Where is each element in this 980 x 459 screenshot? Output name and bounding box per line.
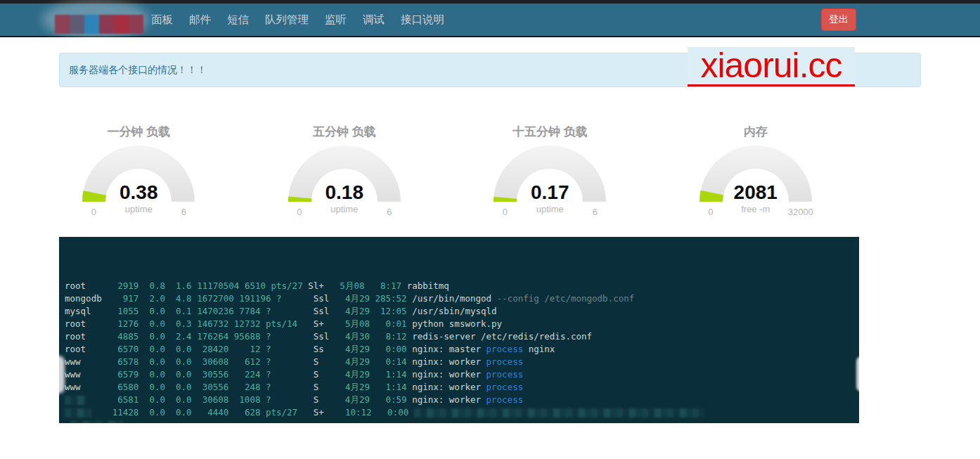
gauge-2: 五分钟 负载0.18uptime06 bbox=[242, 124, 448, 217]
gauge-unit-label: uptime bbox=[287, 204, 402, 214]
terminal-text: 2919 0.8 1.6 11170504 6510 pts/27 bbox=[117, 280, 302, 291]
terminal-text: www bbox=[65, 356, 117, 367]
terminal-text: root bbox=[65, 344, 117, 354]
navbar-menu-item-2[interactable]: 邮件 bbox=[189, 3, 211, 37]
terminal-text: Ssl bbox=[271, 331, 345, 342]
terminal-link-text[interactable]: process bbox=[486, 344, 524, 354]
process-terminal: root 2919 0.8 1.6 11170504 6510 pts/27 S… bbox=[59, 237, 859, 423]
gauge-arc: 0.17uptime bbox=[492, 144, 607, 202]
terminal-text: 1276 0.0 0.3 146732 12732 pts/14 bbox=[117, 318, 297, 329]
navbar-menu-item-4[interactable]: 队列管理 bbox=[265, 3, 309, 37]
logout-button[interactable]: 登出 bbox=[821, 8, 856, 31]
terminal-text: nginx: worker bbox=[407, 356, 486, 367]
blurred-blob-left bbox=[59, 356, 65, 394]
terminal-text: /usr/bin/mongod bbox=[407, 293, 497, 304]
navbar-menu-item-7[interactable]: 接口说明 bbox=[401, 3, 444, 37]
terminal-text: mysql bbox=[65, 306, 117, 316]
terminal-link-text[interactable]: process bbox=[486, 356, 524, 367]
gauge-value: 0.38 bbox=[81, 181, 196, 204]
terminal-text: mongodb bbox=[65, 293, 123, 304]
gauge-arc: 0.18uptime bbox=[287, 144, 402, 202]
terminal-text: --config /etc/mongodb.conf bbox=[497, 293, 635, 304]
terminal-row bbox=[65, 419, 859, 423]
gauge-unit-label: uptime bbox=[492, 204, 607, 214]
terminal-text: www bbox=[65, 382, 117, 392]
terminal-text: 5月08 8:17 bbox=[340, 280, 401, 291]
terminal-text: 6579 0.0 0.0 30556 224 ? bbox=[117, 369, 271, 380]
terminal-text: Sl+ bbox=[303, 280, 340, 291]
terminal-text: 6570 0.0 0.0 28420 12 ? bbox=[117, 344, 271, 354]
terminal-text: 6580 0.0 0.0 30556 248 ? bbox=[117, 382, 271, 392]
terminal-text: S bbox=[271, 369, 345, 380]
watermark-xiaorui: xiaorui.cc bbox=[688, 47, 855, 86]
terminal-text bbox=[408, 407, 414, 418]
gauge-4: 内存2081free -m032000 bbox=[653, 124, 859, 217]
terminal-text: www bbox=[65, 369, 117, 380]
terminal-text: Ssl bbox=[271, 306, 345, 316]
terminal-text: 11428 0.0 0.0 4440 628 pts/27 bbox=[112, 407, 297, 418]
gauge-value: 2081 bbox=[698, 181, 813, 204]
terminal-text: Ss bbox=[271, 344, 345, 354]
navbar-menu-item-1[interactable]: 面板 bbox=[151, 3, 173, 37]
gauge-arc: 0.38uptime bbox=[81, 144, 196, 202]
gauge-value: 0.18 bbox=[287, 181, 402, 204]
navbar-menu-item-3[interactable]: 短信 bbox=[227, 3, 249, 37]
terminal-row: www 6578 0.0 0.0 30608 612 ? S 4月29 0:14… bbox=[65, 356, 859, 368]
logo-color-block bbox=[84, 15, 99, 34]
gauge-title: 五分钟 负载 bbox=[313, 124, 376, 139]
blurred-logo-blocks bbox=[55, 15, 143, 34]
terminal-text: S+ bbox=[297, 318, 345, 329]
terminal-text: 6581 0.0 0.0 30608 1008 ? bbox=[117, 394, 271, 405]
terminal-text: nginx: worker bbox=[407, 382, 486, 392]
terminal-row: root 6570 0.0 0.0 28420 12 ? Ss 4月29 0:0… bbox=[65, 343, 859, 356]
terminal-row: 11428 0.0 0.0 4440 628 pts/27 S+ 10:12 0… bbox=[65, 406, 859, 419]
terminal-text bbox=[65, 420, 70, 423]
terminal-text: 6578 0.0 0.0 30608 612 ? bbox=[117, 356, 271, 367]
gauge-title: 内存 bbox=[744, 124, 768, 139]
terminal-text: S+ bbox=[297, 407, 345, 418]
terminal-text: 4月29 0:00 bbox=[345, 344, 407, 354]
terminal-row: root 4885 0.0 2.4 176264 95688 ? Ssl 4月3… bbox=[65, 330, 859, 343]
gauge-arc: 2081free -m bbox=[698, 144, 813, 202]
gauge-title: 十五分钟 负载 bbox=[512, 124, 588, 139]
terminal-text: 4月29 1:14 bbox=[345, 369, 407, 380]
logo-color-block bbox=[129, 15, 143, 34]
terminal-text: nginx: master bbox=[407, 344, 486, 354]
logo-color-block bbox=[70, 15, 84, 34]
terminal-text: root bbox=[65, 318, 117, 329]
terminal-text: nginx: worker bbox=[407, 369, 486, 380]
terminal-link-text[interactable]: process bbox=[486, 394, 524, 405]
terminal-text: 917 2.0 4.8 1672700 191196 ? bbox=[123, 293, 282, 304]
terminal-text: 4月29 285:52 bbox=[345, 293, 407, 304]
gauge-value: 0.17 bbox=[492, 181, 607, 204]
navbar-menu: 面板邮件短信队列管理监听调试接口说明 bbox=[151, 3, 444, 37]
terminal-row: mysql 1055 0.0 0.1 1470236 7784 ? Ssl 4月… bbox=[65, 305, 859, 318]
terminal-row: mongodb 917 2.0 4.8 1672700 191196 ? Ssl… bbox=[65, 292, 859, 305]
terminal-text: 4月29 12:05 bbox=[345, 306, 407, 316]
gauge-row: 一分钟 负载0.38uptime06五分钟 负载0.18uptime06十五分钟… bbox=[36, 124, 858, 217]
censored-text-block bbox=[414, 408, 705, 418]
navbar-menu-item-6[interactable]: 调试 bbox=[363, 3, 385, 37]
info-alert-text: 服务器端各个接口的情况！！！ bbox=[69, 64, 207, 77]
terminal-text bbox=[91, 407, 112, 418]
terminal-text: python smswork.py bbox=[407, 318, 502, 329]
terminal-row: root 1276 0.0 0.3 146732 12732 pts/14 S+… bbox=[65, 318, 859, 330]
terminal-row: 6581 0.0 0.0 30608 1008 ? S 4月29 0:59 ng… bbox=[65, 394, 859, 406]
terminal-text: 4885 0.0 2.4 176264 95688 ? bbox=[117, 331, 271, 342]
terminal-row: www 6579 0.0 0.0 30556 224 ? S 4月29 1:14… bbox=[65, 368, 859, 381]
terminal-text: 4月30 8:12 bbox=[345, 331, 407, 342]
terminal-scrollbar-thumb[interactable] bbox=[856, 356, 859, 392]
terminal-link-text[interactable]: process bbox=[486, 382, 524, 392]
terminal-text: nginx: worker bbox=[407, 394, 486, 405]
navbar-menu-item-5[interactable]: 监听 bbox=[325, 3, 347, 37]
gauge-1: 一分钟 负载0.38uptime06 bbox=[36, 124, 242, 217]
terminal-text: 1055 0.0 0.1 1470236 7784 ? bbox=[117, 306, 271, 316]
logo-color-block bbox=[55, 15, 70, 34]
terminal-text: 10:12 0:00 bbox=[345, 407, 408, 418]
logo-color-block bbox=[114, 15, 129, 34]
terminal-link-text[interactable]: process bbox=[486, 369, 524, 380]
terminal-text: 4月29 0:59 bbox=[345, 394, 407, 405]
terminal-text: root bbox=[65, 280, 117, 291]
navbar: 面板邮件短信队列管理监听调试接口说明 登出 bbox=[0, 4, 980, 37]
terminal-text: /usr/sbin/mysqld bbox=[407, 306, 497, 316]
